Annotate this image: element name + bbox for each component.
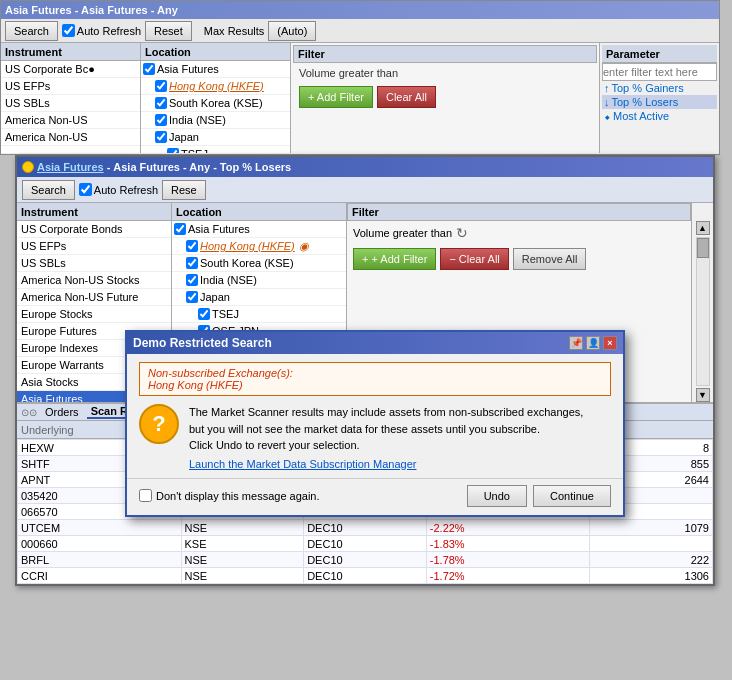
dialog-footer: Don't display this message again. Undo C… <box>127 478 623 515</box>
dont-show-again-checkbox[interactable] <box>139 489 152 502</box>
dialog-content-row: ? The Market Scanner results may include… <box>139 404 611 470</box>
subscription-link[interactable]: Launch the Market Data Subscription Mana… <box>189 458 583 470</box>
warning-exchange-label: Non-subscribed Exchange(s): <box>148 367 602 379</box>
dialog-person-icon[interactable]: 👤 <box>586 336 600 350</box>
dialog-title-bar: Demo Restricted Search 📌 👤 × <box>127 332 623 354</box>
dialog-action-buttons: Undo Continue <box>467 485 611 507</box>
dialog-title-icons: 📌 👤 × <box>569 336 617 350</box>
dialog-body: Non-subscribed Exchange(s): Hong Kong (H… <box>127 354 623 478</box>
dialog-message: The Market Scanner results may include a… <box>189 404 583 470</box>
undo-button[interactable]: Undo <box>467 485 527 507</box>
question-icon: ? <box>139 404 179 444</box>
dialog-overlay: Demo Restricted Search 📌 👤 × Non-subscri… <box>0 0 732 680</box>
dialog-pin-icon[interactable]: 📌 <box>569 336 583 350</box>
warning-box: Non-subscribed Exchange(s): Hong Kong (H… <box>139 362 611 396</box>
dialog-close-button[interactable]: × <box>603 336 617 350</box>
demo-restricted-dialog: Demo Restricted Search 📌 👤 × Non-subscri… <box>125 330 625 517</box>
continue-button[interactable]: Continue <box>533 485 611 507</box>
dont-show-again-label: Don't display this message again. <box>139 489 320 502</box>
dialog-title-text: Demo Restricted Search <box>133 336 272 350</box>
warning-exchange-name: Hong Kong (HKFE) <box>148 379 602 391</box>
dialog-body-text: The Market Scanner results may include a… <box>189 404 583 454</box>
